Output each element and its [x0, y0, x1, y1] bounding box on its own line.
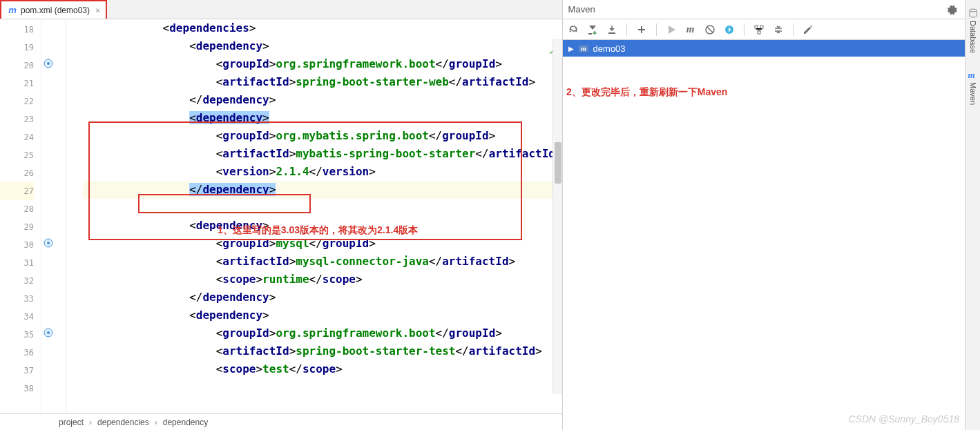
svg-point-1: [47, 62, 50, 65]
separator: [626, 23, 627, 36]
add-icon[interactable]: [635, 23, 648, 36]
svg-rect-12: [758, 31, 760, 34]
spring-bean-icon[interactable]: [43, 237, 54, 248]
generate-sources-icon[interactable]: [586, 23, 599, 36]
show-dependencies-icon[interactable]: [753, 23, 765, 36]
run-icon[interactable]: [665, 23, 678, 36]
database-icon: [968, 8, 978, 18]
chevron-right-icon[interactable]: ▶: [568, 45, 574, 52]
maven-module-icon: m: [578, 43, 589, 54]
chevron-right-icon: ›: [155, 418, 157, 427]
svg-rect-10: [755, 26, 758, 28]
watermark: CSDN @Sunny_Boy0518: [848, 413, 959, 424]
close-icon[interactable]: ×: [95, 6, 100, 15]
spring-bean-icon[interactable]: [43, 327, 54, 338]
toggle-offline-icon[interactable]: [723, 23, 736, 36]
vertical-scrollbar[interactable]: [553, 39, 562, 394]
editor-panel: m pom.xml (demo03) × 1819202122232425262…: [0, 0, 563, 430]
reload-icon[interactable]: [567, 23, 579, 36]
svg-rect-11: [760, 26, 763, 28]
maven-header: Maven: [563, 0, 980, 19]
breadcrumb[interactable]: project › dependencies › dependency: [0, 413, 562, 430]
gutter-icon-column: [41, 19, 58, 413]
tree-node-label: demo03: [593, 43, 626, 54]
annotation-text: 1、这里写的是3.03版本的，将其改为2.1.4版本: [218, 224, 418, 237]
separator: [656, 23, 657, 36]
gear-icon[interactable]: [947, 4, 958, 15]
svg-text:m: m: [581, 45, 586, 52]
svg-rect-7: [608, 32, 615, 34]
svg-point-15: [970, 9, 977, 12]
tab-bar: m pom.xml (demo03) ×: [0, 0, 562, 19]
settings-icon[interactable]: [802, 23, 814, 36]
fold-column[interactable]: [58, 19, 66, 413]
maven-project-node[interactable]: ▶ m demo03: [563, 40, 980, 57]
editor-tab[interactable]: m pom.xml (demo03) ×: [0, 0, 107, 19]
code-content[interactable]: <dependencies> <dependency> <groupId>org…: [66, 19, 562, 413]
scrollbar-thumb[interactable]: [555, 142, 561, 184]
execute-goal-icon[interactable]: m: [684, 23, 697, 36]
breadcrumb-item[interactable]: project: [59, 418, 84, 427]
chevron-right-icon: ›: [89, 418, 92, 427]
spring-bean-icon[interactable]: [43, 58, 54, 69]
maven-toolbar: m: [563, 19, 980, 40]
maven-panel: Maven m ▶ m d: [563, 0, 980, 430]
panel-title: Maven: [568, 4, 595, 14]
breadcrumb-item[interactable]: dependency: [163, 418, 208, 427]
right-tool-tabs: Database m Maven: [965, 0, 980, 430]
svg-point-3: [47, 242, 50, 244]
maven-tool-tab[interactable]: m Maven: [967, 64, 979, 110]
database-tool-tab[interactable]: Database: [967, 3, 979, 59]
maven-file-icon: m: [7, 5, 18, 16]
maven-icon: m: [968, 70, 978, 79]
download-sources-icon[interactable]: [606, 23, 618, 36]
separator: [744, 23, 744, 36]
line-number-gutter: 1819202122232425262728293031323334353637…: [0, 19, 41, 413]
collapse-all-icon[interactable]: [772, 23, 785, 36]
svg-point-5: [47, 331, 50, 334]
separator: [793, 23, 794, 36]
tab-label: pom.xml (demo03): [21, 6, 90, 15]
annotation-text: 2、更改完毕后，重新刷新一下Maven: [566, 86, 727, 99]
breadcrumb-item[interactable]: dependencies: [97, 418, 149, 427]
code-area[interactable]: 1819202122232425262728293031323334353637…: [0, 19, 562, 413]
toggle-skip-tests-icon[interactable]: [704, 23, 716, 36]
